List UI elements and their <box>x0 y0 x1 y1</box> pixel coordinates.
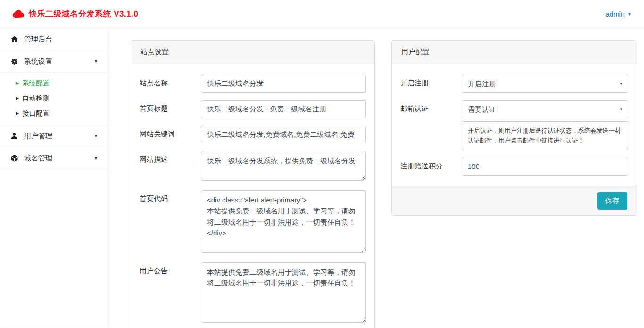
description-textarea[interactable]: 快乐二级域名分发系统，提供免费二级域名分发 <box>201 151 366 181</box>
chevron-down-icon: ▼ <box>94 59 98 64</box>
email-verify-help-text: 开启认证，则用户注册后是待认证状态，系统会发送一封认证邮件，用户点击邮件中链接进… <box>462 121 628 150</box>
caret-right-icon: ▶ <box>16 81 19 85</box>
sidebar-item-label: 用户管理 <box>24 132 52 141</box>
email-verify-select[interactable]: 需要认证 <box>462 100 628 118</box>
register-points-input[interactable] <box>462 158 628 176</box>
cube-icon <box>10 154 20 162</box>
save-button[interactable]: 保存 <box>597 192 627 210</box>
user-notice-row: 用户公告 本站提供免费二级域名用于测试、学习等，请勿将二级域名用于一切非法用途，… <box>140 262 366 325</box>
description-label: 网站描述 <box>140 151 201 164</box>
user-config-card: 用户配置 开启注册 开启注册 ▼ 邮箱认证 需要认证 <box>391 40 637 216</box>
sidebar-subitem-label: 接口配置 <box>22 109 50 118</box>
sidebar-item-dashboard[interactable]: 管理后台 <box>0 28 107 50</box>
register-toggle-row: 开启注册 开启注册 ▼ <box>400 75 628 93</box>
site-name-input[interactable] <box>201 75 366 93</box>
home-title-input[interactable] <box>201 100 366 118</box>
user-notice-label: 用户公告 <box>140 262 201 276</box>
sidebar-item-api-config[interactable]: ▶ 接口配置 <box>0 106 107 121</box>
user-dropdown-label: admin <box>605 10 625 18</box>
sidebar-item-label: 域名管理 <box>24 154 52 163</box>
sidebar-item-auto-check[interactable]: ▶ 自动检测 <box>0 91 107 106</box>
top-header: 快乐二级域名分发系统 V3.1.0 admin ▼ <box>0 0 644 28</box>
sidebar: 管理后台 系统设置 ▼ ▶ <box>0 28 107 328</box>
user-card-footer: 保存 <box>392 186 637 215</box>
site-settings-card: 站点设置 站点名称 首页标题 网站关键词 <box>131 40 375 328</box>
app-title: 快乐二级域名分发系统 V3.1.0 <box>29 8 138 19</box>
site-name-label: 站点名称 <box>140 75 201 88</box>
description-row: 网站描述 快乐二级域名分发系统，提供免费二级域名分发 <box>140 151 366 183</box>
register-points-row: 注册赠送积分 <box>400 158 628 176</box>
sidebar-item-label: 管理后台 <box>24 35 52 44</box>
system-settings-submenu: ▶ 系统配置 ▶ 自动检测 ▶ 接口配置 <box>0 73 107 125</box>
home-code-textarea[interactable]: <div class="alert alert-primary"> 本站提供免费… <box>201 190 366 253</box>
keywords-input[interactable] <box>201 126 366 143</box>
home-code-row: 首页代码 <div class="alert alert-primary"> 本… <box>140 190 366 255</box>
home-code-label: 首页代码 <box>140 190 201 203</box>
chevron-down-icon: ▼ <box>94 134 98 138</box>
main-content: 站点设置 站点名称 首页标题 网站关键词 <box>107 28 644 328</box>
email-verify-row: 邮箱认证 需要认证 ▼ 开启认证，则用户注册后是待认证状态，系统会发送一封认证邮… <box>400 100 628 150</box>
keywords-label: 网站关键词 <box>140 126 201 139</box>
sidebar-item-system-settings[interactable]: 系统设置 ▼ <box>0 50 107 73</box>
register-toggle-select[interactable]: 开启注册 <box>462 75 628 93</box>
email-verify-label: 邮箱认证 <box>400 100 462 113</box>
caret-right-icon: ▶ <box>16 111 19 116</box>
user-icon <box>10 132 20 140</box>
cloud-icon <box>12 9 25 18</box>
home-icon <box>10 35 20 43</box>
sidebar-item-domain-management[interactable]: 域名管理 ▼ <box>0 147 107 169</box>
keywords-row: 网站关键词 <box>140 126 366 143</box>
gear-icon <box>10 58 20 66</box>
user-dropdown[interactable]: admin ▼ <box>605 10 632 18</box>
user-notice-textarea[interactable]: 本站提供免费二级域名用于测试、学习等，请勿将二级域名用于一切非法用途，一切责任自… <box>201 262 366 323</box>
site-name-row: 站点名称 <box>140 75 366 93</box>
register-points-label: 注册赠送积分 <box>400 158 462 171</box>
sidebar-subitem-label: 系统配置 <box>22 79 50 88</box>
sidebar-item-user-management[interactable]: 用户管理 ▼ <box>0 125 107 147</box>
sidebar-item-label: 系统设置 <box>24 57 52 66</box>
home-title-row: 首页标题 <box>140 100 366 118</box>
site-card-title: 站点设置 <box>131 41 374 64</box>
register-toggle-label: 开启注册 <box>400 75 462 88</box>
sidebar-subitem-label: 自动检测 <box>22 94 50 103</box>
chevron-down-icon: ▼ <box>627 12 632 17</box>
brand-logo[interactable]: 快乐二级域名分发系统 V3.1.0 <box>12 8 138 19</box>
caret-right-icon: ▶ <box>16 96 19 101</box>
home-title-label: 首页标题 <box>140 100 201 113</box>
sidebar-item-system-config[interactable]: ▶ 系统配置 <box>0 76 107 91</box>
user-card-title: 用户配置 <box>392 41 637 64</box>
chevron-down-icon: ▼ <box>94 156 98 160</box>
